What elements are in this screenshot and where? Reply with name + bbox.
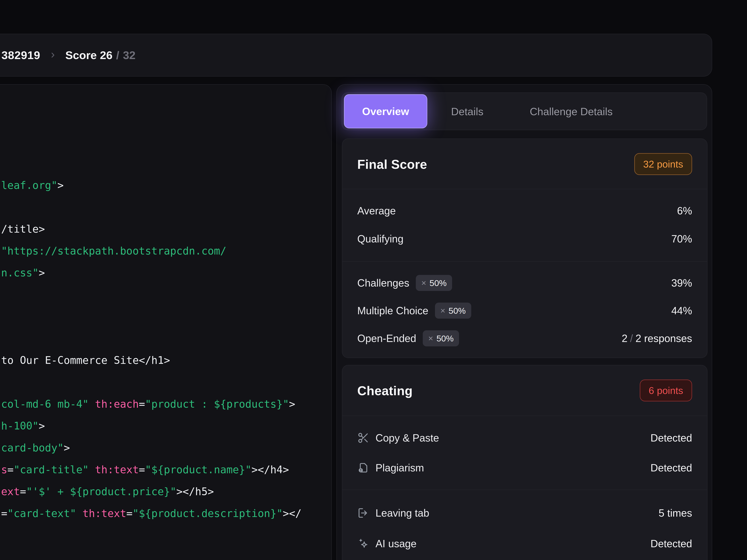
- code-line: n.css">: [1, 262, 45, 284]
- stat-value: 5 times: [659, 507, 692, 519]
- stat-value: 6%: [677, 205, 692, 217]
- stat-label: Qualifying: [357, 233, 404, 245]
- tab-overview[interactable]: Overview: [344, 94, 427, 128]
- breadcrumb: 382919 › Score 26 / 32: [0, 34, 712, 77]
- multiplier-chip: × 50%: [416, 275, 452, 291]
- tab-challenge-details[interactable]: Challenge Details: [530, 105, 613, 117]
- file-alert-icon: [357, 462, 369, 474]
- stat-row-open-ended: Open-Ended × 50% 2/2 responses: [357, 327, 692, 349]
- tab-bar: Overview Details Challenge Details: [341, 92, 707, 130]
- multiplier-chip: × 50%: [423, 330, 459, 346]
- stat-row-multiple-choice: Multiple Choice × 50% 44%: [357, 300, 692, 322]
- cheat-row-plagiarism: Plagiarism Detected: [357, 457, 692, 479]
- stat-label: Copy & Paste: [376, 432, 439, 444]
- divider: [342, 189, 707, 189]
- stat-value: 39%: [671, 277, 692, 289]
- multiply-icon: ×: [421, 278, 426, 288]
- stat-value: 44%: [671, 304, 692, 317]
- stat-row-average: Average 6%: [357, 200, 692, 222]
- chevron-right-icon: ›: [51, 47, 55, 61]
- code-line: card-body">: [1, 437, 70, 459]
- cheating-title: Cheating: [357, 383, 413, 398]
- divider: [342, 490, 707, 490]
- stat-value: Detected: [650, 538, 692, 550]
- code-line: h-100">: [1, 415, 45, 437]
- final-score-title: Final Score: [357, 157, 427, 172]
- final-score-card: Final Score 32 points Average 6% Qualify…: [342, 138, 707, 358]
- results-panel: Overview Details Challenge Details Final…: [336, 84, 712, 560]
- multiplier-chip: × 50%: [435, 302, 471, 319]
- breadcrumb-score-total: 32: [123, 49, 135, 62]
- divider: [342, 416, 707, 416]
- code-line: col-md-6 mb-4" th:each="product : ${prod…: [1, 393, 295, 415]
- stat-label: Multiple Choice: [357, 304, 429, 317]
- stat-value: 70%: [671, 233, 692, 245]
- score-review-page: 382919 › Score 26 / 32 leaf.org">/title>…: [0, 0, 747, 560]
- stat-label: Leaving tab: [376, 507, 429, 519]
- stat-label: Average: [357, 205, 396, 217]
- cheating-card: Cheating 6 points Copy & Paste Detected: [342, 365, 707, 560]
- breadcrumb-submission-id[interactable]: 382919: [1, 49, 40, 62]
- code-line: ext="'$' + ${product.price}"></h5>: [1, 481, 214, 502]
- code-line: s="card-title" th:text="${product.name}"…: [1, 459, 289, 481]
- breadcrumb-score-separator: /: [116, 49, 119, 62]
- code-line: "https://stackpath.bootstrapcdn.com/: [1, 240, 226, 262]
- code-line: to Our E-Commerce Site</h1>: [1, 349, 170, 371]
- code-line: /title>: [1, 218, 45, 240]
- stat-label: Open-Ended: [357, 332, 416, 344]
- stat-row-challenges: Challenges × 50% 39%: [357, 272, 692, 294]
- code-editor-panel[interactable]: leaf.org">/title>"https://stackpath.boot…: [0, 84, 332, 560]
- stat-label: AI usage: [376, 538, 416, 550]
- sparkles-icon: [357, 538, 369, 550]
- stat-value: Detected: [650, 462, 692, 474]
- tab-details[interactable]: Details: [451, 105, 483, 117]
- divider: [342, 261, 707, 262]
- multiply-icon: ×: [428, 334, 433, 343]
- code-line: leaf.org">: [1, 174, 63, 196]
- breadcrumb-score: Score 26: [65, 49, 112, 62]
- scissors-icon: [357, 432, 369, 444]
- cheating-points-badge: 6 points: [640, 379, 692, 401]
- stat-label: Challenges: [357, 277, 409, 289]
- cheat-row-leaving-tab: Leaving tab 5 times: [357, 502, 692, 524]
- leave-tab-icon: [357, 507, 369, 519]
- cheat-row-copy-paste: Copy & Paste Detected: [357, 427, 692, 449]
- multiply-icon: ×: [440, 306, 445, 316]
- cheat-row-ai-usage: AI usage Detected: [357, 533, 692, 555]
- stat-value: Detected: [650, 432, 692, 444]
- final-score-points-badge: 32 points: [634, 153, 692, 175]
- stat-value: 2/2 responses: [622, 332, 692, 344]
- code-line: ="card-text" th:text="${product.descript…: [1, 502, 302, 524]
- stat-row-qualifying: Qualifying 70%: [357, 228, 692, 250]
- stat-label: Plagiarism: [376, 462, 424, 474]
